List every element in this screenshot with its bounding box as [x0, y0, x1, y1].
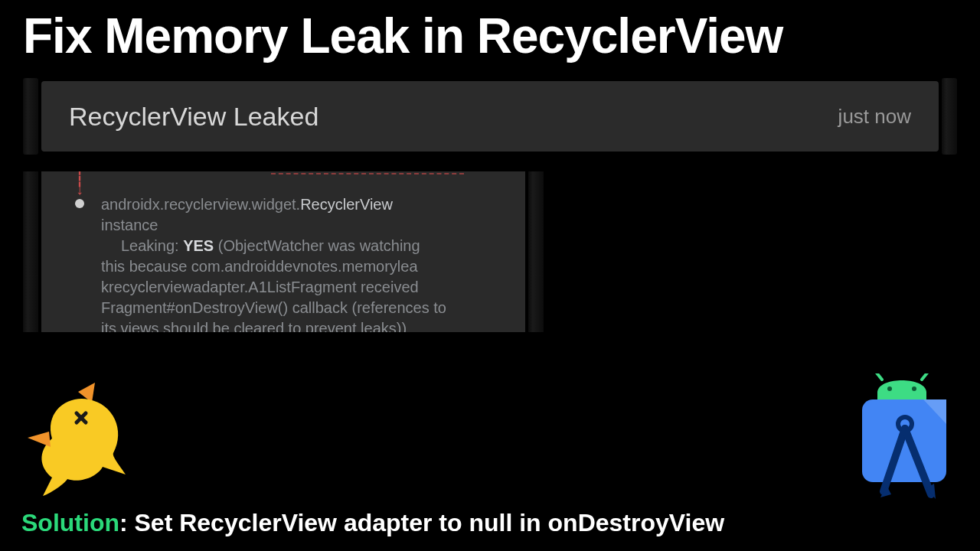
leak-trace-divider	[271, 173, 464, 174]
svg-line-5	[922, 373, 928, 380]
svg-point-2	[887, 386, 892, 391]
android-studio-icon	[841, 373, 963, 507]
device-frame-edge	[23, 78, 38, 155]
solution-label: Solution	[21, 509, 119, 536]
device-frame-edge	[942, 78, 957, 155]
notification-title: RecyclerView Leaked	[69, 102, 318, 132]
leak-trace-body[interactable]: ┆ ↓ androidx.recyclerview.widget.Recycle…	[41, 171, 525, 332]
notification-timestamp: just now	[838, 105, 911, 129]
svg-point-3	[912, 386, 916, 391]
svg-line-4	[876, 373, 882, 380]
leak-node-bullet-icon	[75, 199, 84, 208]
solution-text: : Set RecyclerView adapter to null in on…	[119, 509, 724, 536]
leak-trace-arrow-icon: ┆ ↓	[75, 173, 84, 208]
leakcanary-bird-icon	[21, 381, 144, 499]
page-title: Fix Memory Leak in RecyclerView	[0, 0, 980, 64]
notification-body[interactable]: RecyclerView Leaked just now	[41, 81, 939, 152]
device-frame-edge	[23, 171, 38, 332]
notification-panel: RecyclerView Leaked just now	[23, 78, 957, 155]
leak-trace-panel: ┆ ↓ androidx.recyclerview.widget.Recycle…	[23, 171, 544, 332]
leak-trace-text: androidx.recyclerview.widget.RecyclerVie…	[101, 194, 510, 332]
device-frame-edge	[528, 171, 544, 332]
solution-line: Solution: Set RecyclerView adapter to nu…	[21, 509, 724, 537]
